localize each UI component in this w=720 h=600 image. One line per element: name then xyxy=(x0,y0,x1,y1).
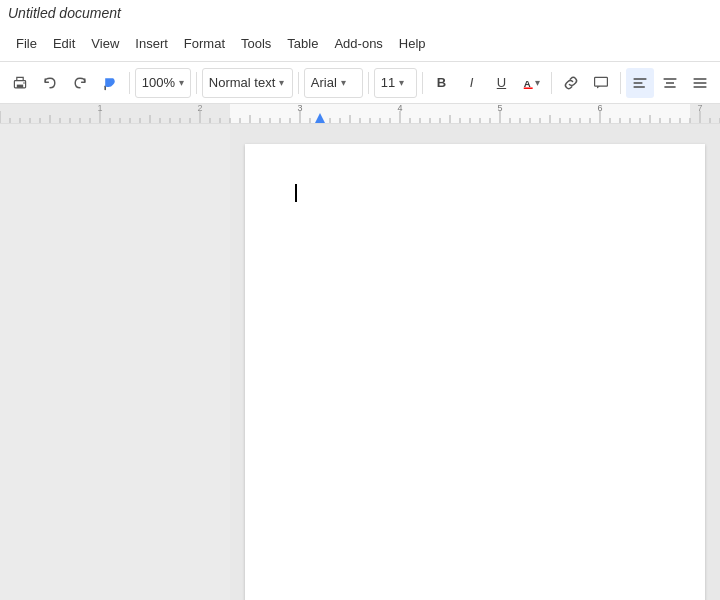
align-left-icon xyxy=(632,75,648,91)
menu-tools[interactable]: Tools xyxy=(233,32,279,55)
left-margin xyxy=(0,124,230,600)
menu-edit[interactable]: Edit xyxy=(45,32,83,55)
font-value: Arial xyxy=(311,75,337,90)
paint-format-icon xyxy=(102,75,118,91)
menu-bar: File Edit View Insert Format Tools Table… xyxy=(0,26,720,62)
align-center-icon xyxy=(662,75,678,91)
underline-button[interactable]: U xyxy=(487,68,515,98)
fontsize-arrow: ▾ xyxy=(399,77,404,88)
redo-button[interactable] xyxy=(66,68,94,98)
zoom-value: 100% xyxy=(142,75,175,90)
style-arrow: ▾ xyxy=(279,77,284,88)
svg-rect-13 xyxy=(694,82,707,84)
font-dropdown[interactable]: Arial ▾ xyxy=(304,68,363,98)
menu-help[interactable]: Help xyxy=(391,32,434,55)
svg-rect-7 xyxy=(634,82,643,84)
menu-format[interactable]: Format xyxy=(176,32,233,55)
undo-icon xyxy=(42,75,58,91)
ruler-canvas xyxy=(0,104,720,123)
svg-point-2 xyxy=(23,82,25,84)
fontsize-value: 11 xyxy=(381,75,395,90)
fontsize-dropdown[interactable]: 11 ▾ xyxy=(374,68,417,98)
separator-2 xyxy=(196,72,197,94)
align-center-button[interactable] xyxy=(656,68,684,98)
align-left-button[interactable] xyxy=(626,68,654,98)
undo-button[interactable] xyxy=(36,68,64,98)
text-color-icon: A xyxy=(523,75,535,91)
align-more-icon xyxy=(692,75,708,91)
align-more-button[interactable] xyxy=(686,68,714,98)
separator-5 xyxy=(422,72,423,94)
font-arrow: ▾ xyxy=(341,77,346,88)
zoom-dropdown[interactable]: 100% ▾ xyxy=(135,68,191,98)
print-icon xyxy=(12,75,28,91)
style-dropdown[interactable]: Normal text ▾ xyxy=(202,68,293,98)
svg-text:A: A xyxy=(524,77,531,88)
menu-table[interactable]: Table xyxy=(279,32,326,55)
svg-rect-11 xyxy=(664,86,675,88)
svg-rect-1 xyxy=(17,84,23,87)
separator-3 xyxy=(298,72,299,94)
separator-1 xyxy=(129,72,130,94)
bold-button[interactable]: B xyxy=(427,68,455,98)
link-button[interactable] xyxy=(557,68,585,98)
text-cursor xyxy=(295,184,297,202)
text-color-arrow[interactable]: ▾ xyxy=(535,77,540,88)
print-button[interactable] xyxy=(6,68,34,98)
toolbar: 100% ▾ Normal text ▾ Arial ▾ 11 ▾ B I U … xyxy=(0,62,720,104)
style-value: Normal text xyxy=(209,75,275,90)
title-bar: Untitled document xyxy=(0,0,720,26)
menu-file[interactable]: File xyxy=(8,32,45,55)
menu-view[interactable]: View xyxy=(83,32,127,55)
svg-rect-8 xyxy=(634,86,645,88)
ruler xyxy=(0,104,720,124)
svg-rect-10 xyxy=(666,82,674,84)
separator-4 xyxy=(368,72,369,94)
document-title[interactable]: Untitled document xyxy=(8,5,121,21)
menu-addons[interactable]: Add-ons xyxy=(326,32,390,55)
main-area xyxy=(0,124,720,600)
svg-rect-6 xyxy=(634,78,647,80)
separator-6 xyxy=(551,72,552,94)
svg-rect-14 xyxy=(694,86,707,88)
svg-rect-9 xyxy=(664,78,677,80)
zoom-arrow: ▾ xyxy=(179,77,184,88)
redo-icon xyxy=(72,75,88,91)
separator-7 xyxy=(620,72,621,94)
italic-button[interactable]: I xyxy=(457,68,485,98)
svg-rect-5 xyxy=(595,77,608,86)
svg-rect-12 xyxy=(694,78,707,80)
menu-insert[interactable]: Insert xyxy=(127,32,176,55)
document-area xyxy=(230,124,720,600)
svg-rect-4 xyxy=(524,87,533,88)
comment-icon xyxy=(593,75,609,91)
text-color-button[interactable]: A ▾ xyxy=(517,68,546,98)
document-page[interactable] xyxy=(245,144,705,600)
paint-format-button[interactable] xyxy=(96,68,124,98)
comment-button[interactable] xyxy=(587,68,615,98)
link-icon xyxy=(563,75,579,91)
